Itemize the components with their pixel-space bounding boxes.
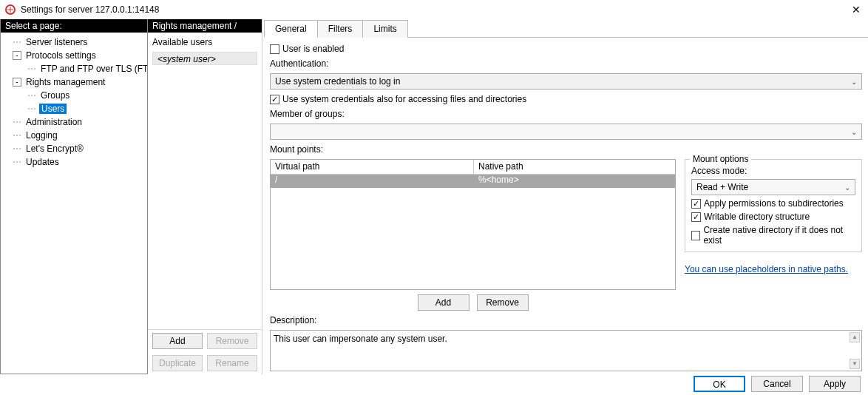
tree-item-label: Server listeners xyxy=(24,37,89,47)
mount-options-group: Mount options Access mode: Read + Write … xyxy=(685,159,862,252)
mount-add-button[interactable]: Add xyxy=(418,294,469,311)
tree-item-label: Logging xyxy=(24,130,59,141)
writable-dir-label: Writable directory structure xyxy=(704,212,810,222)
mount-remove-button[interactable]: Remove xyxy=(477,294,529,311)
user-enabled-checkbox[interactable] xyxy=(270,44,279,54)
dialog-footer: OK Cancel Apply xyxy=(694,376,861,392)
mount-points-table: Virtual path Native path / %<home> xyxy=(270,159,676,290)
member-groups-select[interactable]: ⌄ xyxy=(270,124,862,140)
description-textarea[interactable]: This user can impersonate any system use… xyxy=(270,330,862,371)
scroll-up-icon[interactable]: ▲ xyxy=(850,332,860,342)
tree-item-server-listeners[interactable]: ⋯Server listeners xyxy=(2,36,146,49)
tab-limits[interactable]: Limits xyxy=(362,20,407,38)
access-mode-label: Access mode: xyxy=(691,166,855,176)
app-icon xyxy=(4,4,16,16)
tab-filters[interactable]: Filters xyxy=(317,20,364,38)
tree-item-label: Let's Encrypt® xyxy=(24,144,85,154)
page-tree: ⋯Server listeners-Protocols settings⋯FTP… xyxy=(1,33,147,374)
authentication-label: Authentication: xyxy=(270,58,862,69)
description-value: This user can impersonate any system use… xyxy=(274,334,447,344)
create-native-checkbox[interactable] xyxy=(691,231,700,240)
tree-branch-icon: ⋯ xyxy=(13,37,21,47)
apply-perms-checkbox[interactable] xyxy=(691,199,701,209)
tree-toggle-icon[interactable]: - xyxy=(13,78,21,87)
description-label: Description: xyxy=(270,315,862,325)
apply-button[interactable]: Apply xyxy=(809,376,861,392)
tree-item-label: Groups xyxy=(39,90,71,101)
tree-item-ftp-and-ftp-over-tls-ftps-[interactable]: ⋯FTP and FTP over TLS (FTPS) xyxy=(2,62,146,75)
tree-branch-icon: ⋯ xyxy=(13,130,21,141)
user-add-button[interactable]: Add xyxy=(152,333,203,349)
settings-tabs: General Filters Limits xyxy=(264,19,868,38)
mount-points-label: Mount points: xyxy=(270,144,862,155)
tree-item-label: Updates xyxy=(24,157,61,167)
user-remove-button: Remove xyxy=(207,333,257,349)
mount-cell-virtual: / xyxy=(271,175,474,188)
close-icon[interactable]: ✕ xyxy=(849,4,864,16)
writable-dir-checkbox[interactable] xyxy=(691,212,701,222)
chevron-down-icon: ⌄ xyxy=(851,78,857,86)
settings-panel: General Filters Limits User is enabled A… xyxy=(262,19,868,374)
available-users-caption: Available users xyxy=(152,37,257,47)
tree-item-label: Rights management xyxy=(24,77,106,87)
user-enabled-label: User is enabled xyxy=(282,44,344,54)
access-mode-value: Read + Write xyxy=(696,182,748,192)
tree-branch-icon: ⋯ xyxy=(13,117,21,127)
page-tree-panel: Select a page: ⋯Server listeners-Protoco… xyxy=(0,19,148,374)
tree-item-administration[interactable]: ⋯Administration xyxy=(2,115,146,129)
cred-files-checkbox[interactable] xyxy=(270,95,279,104)
ok-button[interactable]: OK xyxy=(694,376,745,392)
tree-item-groups[interactable]: ⋯Groups xyxy=(2,89,146,102)
tree-item-label: FTP and FTP over TLS (FTPS) xyxy=(39,64,147,74)
mount-options-legend: Mount options xyxy=(690,154,751,164)
placeholders-link[interactable]: You can use placeholders in native paths… xyxy=(685,264,862,274)
access-mode-select[interactable]: Read + Write ⌄ xyxy=(691,179,855,195)
title-bar: Settings for server 127.0.0.1:14148 ✕ xyxy=(0,0,868,19)
chevron-down-icon: ⌄ xyxy=(844,183,850,192)
tree-item-updates[interactable]: ⋯Updates xyxy=(2,155,146,169)
mount-row[interactable]: / %<home> xyxy=(271,175,675,188)
available-users-list: Available users <system user> xyxy=(148,33,262,330)
mount-col-native[interactable]: Native path xyxy=(474,160,675,174)
users-panel: Rights management / Users Available user… xyxy=(148,19,262,374)
user-rename-button: Rename xyxy=(207,355,257,371)
user-item-system[interactable]: <system user> xyxy=(152,52,257,65)
member-groups-label: Member of groups: xyxy=(270,109,862,119)
tree-item-protocols-settings[interactable]: -Protocols settings xyxy=(2,49,146,62)
apply-perms-label: Apply permissions to subdirectories xyxy=(704,198,844,209)
authentication-value: Use system credentials to log in xyxy=(275,76,400,87)
tree-item-label: Protocols settings xyxy=(24,50,98,61)
tree-item-label: Users xyxy=(39,104,67,114)
tree-item-let-s-encrypt-[interactable]: ⋯Let's Encrypt® xyxy=(2,142,146,155)
cancel-button[interactable]: Cancel xyxy=(751,376,803,392)
tree-branch-icon: ⋯ xyxy=(13,144,21,154)
page-tree-header: Select a page: xyxy=(1,19,147,33)
scroll-down-icon[interactable]: ▼ xyxy=(850,359,860,369)
tree-item-users[interactable]: ⋯Users xyxy=(2,102,146,115)
tree-branch-icon: ⋯ xyxy=(27,104,36,114)
window-title: Settings for server 127.0.0.1:14148 xyxy=(21,4,849,15)
users-panel-header: Rights management / Users xyxy=(148,19,262,33)
tab-general[interactable]: General xyxy=(264,20,318,38)
chevron-down-icon: ⌄ xyxy=(851,128,857,136)
tree-branch-icon: ⋯ xyxy=(27,64,36,74)
tree-branch-icon: ⋯ xyxy=(13,157,21,167)
mount-cell-native: %<home> xyxy=(474,175,675,188)
tree-toggle-icon[interactable]: - xyxy=(13,51,21,60)
mount-col-virtual[interactable]: Virtual path xyxy=(271,160,474,174)
tree-item-rights-management[interactable]: -Rights management xyxy=(2,75,146,89)
user-duplicate-button: Duplicate xyxy=(152,355,203,371)
authentication-select[interactable]: Use system credentials to log in ⌄ xyxy=(270,73,862,90)
tree-item-logging[interactable]: ⋯Logging xyxy=(2,129,146,142)
tree-item-label: Administration xyxy=(24,117,84,127)
cred-files-label: Use system credentials also for accessin… xyxy=(282,94,526,104)
create-native-label: Create native directory if it does not e… xyxy=(703,225,855,246)
tree-branch-icon: ⋯ xyxy=(27,90,36,101)
